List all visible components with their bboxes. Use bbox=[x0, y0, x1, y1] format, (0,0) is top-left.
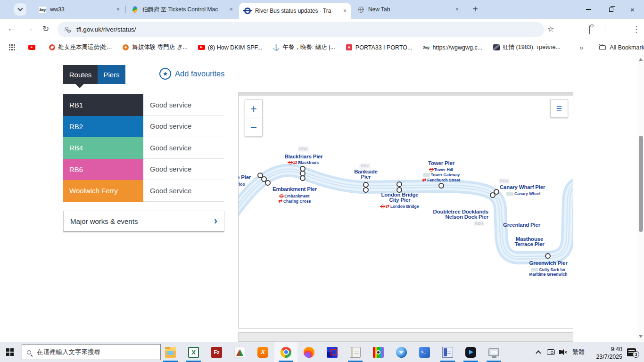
pier-station-label: ⇄Blackfriars bbox=[266, 160, 341, 165]
bookmark-item[interactable]: APORTA33 I PORTO... bbox=[346, 44, 413, 51]
tab-search-button[interactable] bbox=[14, 3, 26, 16]
tab-routes[interactable]: Routes bbox=[63, 65, 98, 84]
taskbar-chrome-active[interactable] bbox=[274, 342, 297, 362]
scroll-down-arrow[interactable] bbox=[639, 335, 643, 338]
add-favourites-link[interactable]: ★ Add favourites bbox=[159, 68, 224, 80]
tray-show-hidden-icons[interactable] bbox=[537, 342, 540, 362]
close-window-button[interactable]: × bbox=[630, 0, 635, 19]
powershell-icon: >_ bbox=[419, 347, 430, 358]
taskbar-powershell[interactable]: >_ bbox=[413, 342, 436, 362]
tab-river-bus-active[interactable]: River Bus status updates - Tra × bbox=[239, 3, 351, 19]
taskbar-color-tool[interactable] bbox=[367, 342, 390, 362]
taskbar-filezilla[interactable]: Fz bbox=[205, 342, 228, 362]
notepad-icon bbox=[350, 347, 361, 358]
tab-maps[interactable]: 伯爵府 至 Tickets Control Mac × bbox=[126, 0, 238, 19]
toolbar-separator bbox=[605, 25, 605, 33]
windows-taskbar: 在這裡輸入文字來搜尋 X Fz X >_ × 繁體 9:40 23/7/2025… bbox=[0, 342, 644, 362]
address-bar[interactable]: tfl.gov.uk/river/status/ bbox=[58, 22, 544, 37]
taskbar-app-pinwheel[interactable] bbox=[228, 342, 251, 362]
bookmark-star-icon[interactable]: ☆ bbox=[547, 25, 554, 33]
new-tab-button[interactable]: + bbox=[469, 4, 481, 15]
tab-ww33[interactable]: 3wg ww33 × bbox=[34, 0, 124, 19]
menu-kebab-icon[interactable]: ⋮ bbox=[632, 25, 640, 34]
tab-close-icon[interactable]: × bbox=[116, 6, 120, 13]
fax-phone-icon bbox=[442, 347, 453, 358]
pier-label: Canary Wharf Pier bbox=[500, 185, 545, 190]
pier-station-label: Embankment bbox=[259, 194, 330, 198]
status-row-rb1[interactable]: RB1 Good service bbox=[63, 94, 224, 116]
bookmark-item[interactable]: 3wghttps://wgwgwg.c... bbox=[422, 44, 482, 51]
taskbar-excel[interactable]: X bbox=[182, 342, 205, 362]
tray-ime-indicator[interactable]: 繁體 bbox=[572, 342, 585, 362]
back-button[interactable]: ← bbox=[8, 24, 16, 33]
taskbar-file-explorer[interactable] bbox=[159, 342, 182, 362]
river-map[interactable]: RB6 RB2 RB4 RB4 e Pier erloo Blackfriars… bbox=[238, 92, 573, 329]
status-row-woolwich[interactable]: Woolwich Ferry Good service bbox=[63, 180, 224, 202]
taskbar-firefox[interactable] bbox=[297, 342, 321, 362]
bookmark-item[interactable]: ⚓午餐，晚餐: 總店 |... bbox=[272, 43, 335, 51]
dlr-icon bbox=[423, 173, 430, 177]
rail-icon: ⇄ bbox=[279, 199, 282, 203]
status-row-rb6[interactable]: RB6 Good service bbox=[63, 159, 224, 181]
tray-time: 9:40 bbox=[588, 346, 622, 353]
pier-label: Embankment Pier bbox=[259, 187, 330, 192]
notification-center-button[interactable]: 3 bbox=[627, 342, 636, 362]
restore-icon bbox=[609, 8, 613, 12]
taskbar-xampp[interactable]: X bbox=[251, 342, 274, 362]
taskbar-thunderbird[interactable] bbox=[390, 342, 413, 362]
route-name: RB4 bbox=[63, 137, 143, 159]
route-badge: RB4 bbox=[498, 178, 510, 184]
minimize-button[interactable] bbox=[586, 0, 591, 19]
map-layers-button[interactable]: ≡ bbox=[550, 99, 568, 117]
major-works-button[interactable]: Major works & events › bbox=[63, 211, 224, 232]
reload-button[interactable]: ↻ bbox=[42, 24, 49, 34]
monitor-app-icon bbox=[488, 348, 499, 356]
tab-piers[interactable]: Piers bbox=[98, 65, 125, 84]
rail-icon: ⇄ bbox=[386, 205, 389, 208]
globe-icon bbox=[357, 6, 364, 13]
taskbar-search-box[interactable]: 在這裡輸入文字來搜尋 bbox=[22, 344, 161, 360]
bookmark-item[interactable]: 狂情 (1983): трейле... bbox=[493, 43, 561, 51]
tray-display-icon[interactable] bbox=[547, 342, 555, 362]
all-bookmarks-button[interactable]: All Bookmarks bbox=[599, 44, 644, 51]
site-settings-icon[interactable] bbox=[64, 26, 71, 33]
pier-station-label: Tower Gateway bbox=[408, 173, 474, 177]
tray-clock[interactable]: 9:40 23/7/2025 bbox=[588, 342, 622, 362]
pier-label: Blackfriars Pier bbox=[278, 154, 330, 159]
status-row-rb2[interactable]: RB2 Good service bbox=[63, 116, 224, 138]
anchor-icon: ⚓ bbox=[272, 44, 280, 51]
bookmark-item[interactable] bbox=[28, 44, 38, 51]
forward-button[interactable]: → bbox=[25, 24, 33, 33]
map-zoom-out-button[interactable]: − bbox=[245, 118, 263, 136]
taskbar-app-bluered[interactable] bbox=[321, 342, 344, 362]
page-scrollbar[interactable] bbox=[637, 55, 644, 342]
route-status: Good service bbox=[143, 180, 224, 202]
tab-close-icon[interactable]: × bbox=[455, 6, 459, 13]
taskbar-fax-app[interactable] bbox=[436, 342, 459, 362]
bookmarks-overflow-chevron[interactable]: » bbox=[579, 43, 583, 51]
scroll-up-arrow[interactable] bbox=[639, 58, 643, 61]
taskbar-notepad[interactable] bbox=[344, 342, 367, 362]
tray-volume-muted[interactable]: × bbox=[559, 342, 567, 362]
bookmark-item[interactable]: 舞妓体験 専門店 ぎ... bbox=[122, 43, 188, 51]
url-text[interactable]: tfl.gov.uk/river/status/ bbox=[76, 26, 136, 33]
extensions-puzzle-icon[interactable] bbox=[589, 26, 590, 34]
tab-close-icon[interactable]: × bbox=[343, 8, 347, 14]
restore-button[interactable] bbox=[609, 0, 613, 19]
tab-new-tab[interactable]: New Tab × bbox=[352, 0, 463, 19]
map-zoom-in-button[interactable]: + bbox=[245, 99, 263, 118]
scrollbar-thumb[interactable] bbox=[639, 136, 643, 232]
start-button[interactable] bbox=[6, 348, 14, 356]
apps-grid-icon[interactable] bbox=[9, 44, 15, 50]
next-section-strip bbox=[238, 332, 573, 342]
tab-close-icon[interactable]: × bbox=[230, 6, 233, 13]
file-explorer-icon bbox=[165, 347, 176, 358]
youtube-icon bbox=[28, 44, 35, 51]
taskbar-monitor-app[interactable] bbox=[482, 342, 505, 362]
status-row-rb4[interactable]: RB4 Good service bbox=[63, 137, 224, 159]
pinwheel-app-icon bbox=[234, 347, 245, 358]
pier-station-label: Maritime Greenwich bbox=[515, 272, 573, 277]
taskbar-media-app[interactable] bbox=[459, 342, 482, 362]
bookmark-item[interactable]: 处女座本周运势|处... bbox=[49, 43, 112, 51]
bookmark-item[interactable]: (8) How DKIM SPF... bbox=[198, 44, 262, 51]
